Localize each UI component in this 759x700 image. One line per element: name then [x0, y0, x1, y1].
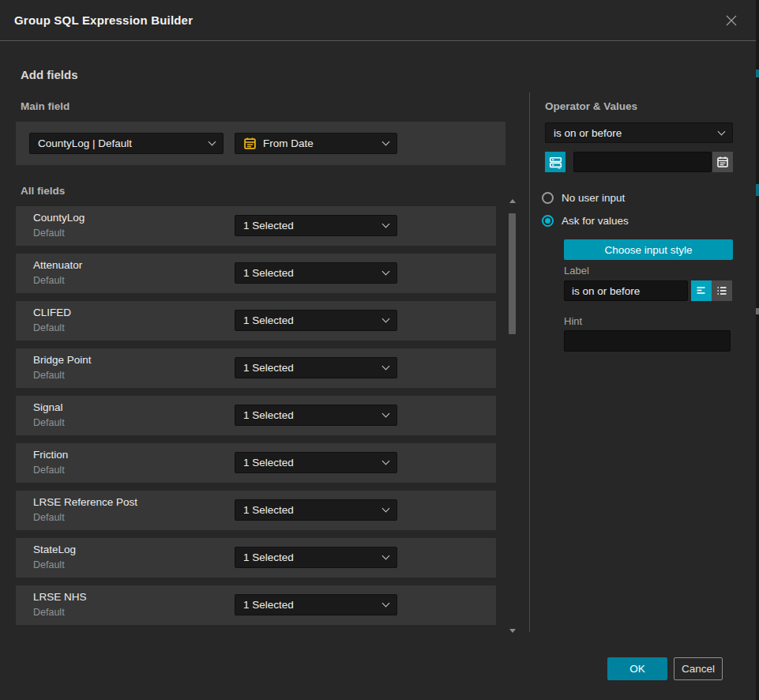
field-row: CountyLog Default 1 Selected [16, 206, 496, 246]
background-accent-mark [756, 70, 759, 77]
chevron-down-icon [209, 138, 216, 146]
ok-button[interactable]: OK [607, 657, 667, 680]
label-caption: Label [564, 265, 589, 277]
hint-caption: Hint [564, 315, 582, 327]
dialog-titlebar: Group SQL Expression Builder [0, 0, 756, 41]
label-input[interactable] [564, 280, 688, 301]
main-field-select-value: From Date [263, 137, 314, 149]
field-values-select[interactable]: 1 Selected [235, 357, 397, 378]
field-name: Signal [33, 401, 63, 413]
chevron-down-icon [382, 600, 390, 608]
calendar-icon [243, 137, 257, 150]
main-field-label: Main field [21, 100, 70, 112]
unique-values-button[interactable] [545, 152, 565, 172]
field-subtitle: Default [33, 228, 65, 239]
main-field-panel: CountyLog | Default From Date [16, 122, 505, 165]
field-values-select[interactable]: 1 Selected [235, 310, 397, 331]
scroll-up-icon[interactable] [509, 199, 516, 203]
radio-selected-icon[interactable] [542, 215, 554, 227]
value-input-row [545, 152, 733, 172]
align-left-icon [695, 284, 708, 297]
field-name: CountyLog [33, 212, 85, 224]
date-picker-button[interactable] [712, 152, 733, 172]
chevron-down-icon [382, 220, 390, 228]
field-values-select-value: 1 Selected [243, 551, 294, 563]
scroll-down-icon[interactable] [509, 629, 516, 633]
choose-input-style-button[interactable]: Choose input style [564, 239, 733, 260]
date-value-input[interactable] [573, 152, 712, 172]
chevron-down-icon [382, 410, 390, 418]
single-input-style-button[interactable] [691, 280, 712, 301]
field-subtitle: Default [33, 607, 65, 618]
field-values-select[interactable]: 1 Selected [235, 452, 397, 473]
field-subtitle: Default [33, 275, 65, 286]
background-accent-mark [756, 308, 759, 314]
chevron-down-icon [382, 363, 390, 371]
field-name: CLIFED [33, 307, 71, 318]
field-row: LRSE Reference Post Default 1 Selected [16, 491, 496, 530]
field-name: LRSE NHS [33, 591, 87, 603]
field-values-select[interactable]: 1 Selected [235, 547, 397, 568]
field-name: Friction [33, 449, 68, 461]
field-values-select[interactable]: 1 Selected [235, 594, 397, 615]
field-values-select-value: 1 Selected [243, 457, 294, 469]
operator-values-heading: Operator & Values [545, 100, 637, 112]
value-list-icon [716, 284, 728, 297]
chevron-down-icon [382, 315, 390, 323]
hint-input[interactable] [564, 330, 731, 352]
all-fields-list: CountyLog Default 1 Selected Attenuator … [16, 206, 496, 633]
field-values-select[interactable]: 1 Selected [235, 262, 397, 284]
field-values-select-value: 1 Selected [243, 314, 294, 326]
close-icon [725, 14, 738, 27]
chevron-down-icon [382, 457, 390, 465]
list-input-style-button[interactable] [712, 280, 732, 301]
scrollbar-thumb[interactable] [509, 213, 516, 334]
field-subtitle: Default [33, 559, 65, 570]
radio-no-user-input-label: No user input [562, 192, 625, 204]
field-values-select-value: 1 Selected [243, 362, 294, 374]
field-values-select-value: 1 Selected [243, 504, 294, 516]
list-scrollbar[interactable] [509, 198, 517, 634]
field-name: StateLog [33, 544, 76, 555]
panel-divider [529, 92, 530, 632]
field-row: Bridge Point Default 1 Selected [16, 348, 496, 388]
field-subtitle: Default [33, 417, 65, 428]
group-sql-expression-builder-dialog: Group SQL Expression Builder Add fields … [0, 0, 759, 700]
field-subtitle: Default [33, 370, 65, 381]
chevron-down-icon [382, 552, 390, 560]
all-fields-label: All fields [21, 185, 65, 197]
close-button[interactable] [719, 8, 744, 33]
field-values-select[interactable]: 1 Selected [235, 405, 397, 426]
main-layer-select-value: CountyLog | Default [38, 137, 132, 149]
field-subtitle: Default [33, 512, 65, 523]
radio-no-user-input[interactable]: No user input [542, 192, 625, 204]
field-name: Bridge Point [33, 354, 92, 366]
add-fields-heading: Add fields [21, 68, 78, 81]
field-name: LRSE Reference Post [33, 496, 137, 508]
field-subtitle: Default [33, 465, 65, 476]
chevron-down-icon [382, 268, 390, 276]
calendar-icon [716, 156, 729, 168]
radio-unselected-icon[interactable] [542, 192, 554, 204]
operator-select[interactable]: is on or before [545, 122, 733, 143]
field-row: StateLog Default 1 Selected [16, 538, 496, 578]
field-values-select-value: 1 Selected [243, 220, 294, 231]
main-layer-select[interactable]: CountyLog | Default [29, 133, 224, 154]
field-row: Attenuator Default 1 Selected [16, 254, 496, 293]
chevron-down-icon [718, 127, 726, 135]
field-row: CLIFED Default 1 Selected [16, 301, 496, 341]
main-field-select[interactable]: From Date [235, 133, 397, 154]
dialog-title: Group SQL Expression Builder [14, 13, 193, 27]
unique-values-icon [549, 156, 562, 169]
field-values-select-value: 1 Selected [243, 599, 294, 611]
chevron-down-icon [382, 505, 390, 513]
radio-ask-for-values-label: Ask for values [562, 215, 629, 227]
field-values-select[interactable]: 1 Selected [235, 499, 397, 521]
field-values-select-value: 1 Selected [243, 267, 294, 279]
field-values-select-value: 1 Selected [243, 409, 294, 421]
radio-ask-for-values[interactable]: Ask for values [542, 215, 629, 227]
cancel-button[interactable]: Cancel [674, 657, 723, 680]
field-name: Attenuator [33, 259, 82, 271]
operator-select-value: is on or before [554, 127, 622, 139]
field-values-select[interactable]: 1 Selected [235, 215, 397, 236]
